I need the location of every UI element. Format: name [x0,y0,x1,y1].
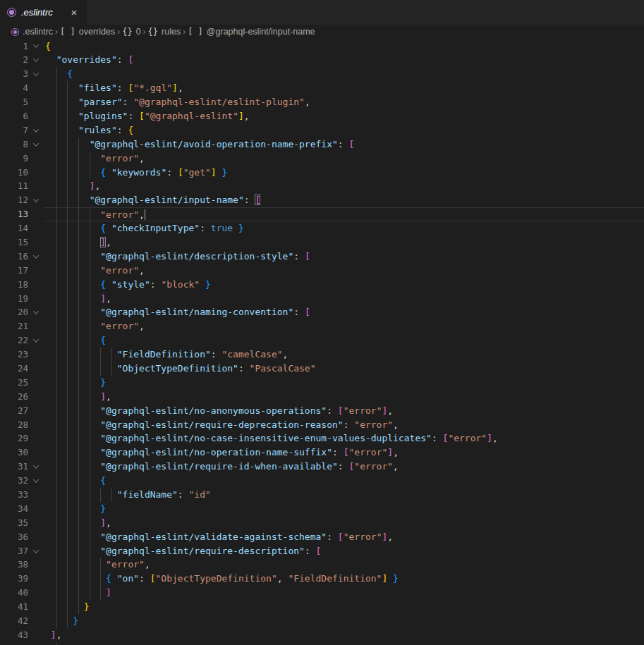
code-line[interactable]: 34 } [0,502,644,516]
code-text[interactable]: "FieldDefinition": "camelCase", [44,348,644,362]
code-text[interactable]: "@graphql-eslint/avoid-operation-name-pr… [44,137,644,152]
code-line[interactable]: 3 { [0,67,644,81]
code-line[interactable]: 30 "@graphql-eslint/no-operation-name-su… [0,446,644,460]
chevron-down-icon[interactable] [33,547,39,553]
code-line[interactable]: 32 { [0,474,644,488]
code-line[interactable]: 19 ], [0,292,644,306]
code-text[interactable]: "plugins": ["@graphql-eslint"], [44,109,644,123]
code-line[interactable]: 44 "parser": "@typescript-eslint/parser"… [0,642,644,645]
code-line[interactable]: 8 "@graphql-eslint/avoid-operation-name-… [0,137,644,152]
code-line[interactable]: 13 "error", [0,207,644,221]
code-line[interactable]: 37 "@graphql-eslint/require-description"… [0,544,644,558]
code-text[interactable]: ] [44,586,644,600]
code-line[interactable]: 21 "error", [0,319,644,333]
code-text[interactable]: { "style": "block" } [44,278,644,292]
tab-eslintrc[interactable]: .eslintrc × [0,0,87,25]
code-line[interactable]: 5 "parser": "@graphql-eslint/eslint-plug… [0,95,644,109]
code-text[interactable]: } [44,376,644,390]
code-line[interactable]: 10 { "keywords": ["get"] } [0,166,644,180]
code-text[interactable]: "@graphql-eslint/description-style": [ [44,250,644,264]
code-line[interactable]: 39 { "on": ["ObjectTypeDefinition", "Fie… [0,572,644,586]
code-text[interactable]: ], [44,292,644,306]
code-text[interactable]: "@graphql-eslint/require-id-when-availab… [44,460,644,474]
code-text[interactable]: { [44,67,644,81]
code-line[interactable]: 2 "overrides": [ [0,53,644,67]
code-text[interactable]: "@graphql-eslint/no-operation-name-suffi… [44,446,644,460]
code-text[interactable]: "error", [44,152,644,166]
code-text[interactable]: "@graphql-eslint/validate-against-schema… [44,530,644,544]
code-line[interactable]: 23 "FieldDefinition": "camelCase", [0,348,644,362]
code-line[interactable]: 4 "files": ["*.gql"], [0,81,644,95]
code-text[interactable]: "error", [44,264,644,278]
chevron-down-icon[interactable] [33,252,39,258]
code-text[interactable]: { [44,333,644,348]
code-text[interactable]: "@graphql-eslint/naming-convention": [ [44,305,644,319]
code-line[interactable]: 17 "error", [0,264,644,278]
code-text[interactable]: "@graphql-eslint/no-case-insensitive-enu… [44,431,644,446]
code-line[interactable]: 7 "rules": { [0,123,644,137]
code-line[interactable]: 12 "@graphql-eslint/input-name": [ [0,193,644,207]
code-line[interactable]: 29 "@graphql-eslint/no-case-insensitive-… [0,431,644,446]
code-text[interactable]: "rules": { [44,123,644,137]
code-text[interactable]: { "checkInputType": true } [44,221,644,235]
code-line[interactable]: 6 "plugins": ["@graphql-eslint"], [0,109,644,123]
code-editor[interactable]: 1{2 "overrides": [3 {4 "files": ["*.gql"… [0,39,644,645]
code-line[interactable]: 33 "fieldName": "id" [0,488,644,502]
code-line[interactable]: 35 ], [0,516,644,530]
code-text[interactable]: "@graphql-eslint/no-anonymous-operations… [44,404,644,418]
code-text[interactable]: { "on": ["ObjectTypeDefinition", "FieldD… [44,572,644,586]
code-line[interactable]: 16 "@graphql-eslint/description-style": … [0,250,644,264]
breadcrumb-item-rules[interactable]: {}rules [148,27,181,37]
chevron-down-icon[interactable] [33,309,39,314]
chevron-down-icon[interactable] [33,477,39,482]
code-line[interactable]: 26 ], [0,390,644,404]
chevron-down-icon[interactable] [33,126,39,132]
code-text[interactable]: "error", [44,558,644,572]
chevron-down-icon[interactable] [33,197,39,202]
code-line[interactable]: 38 "error", [0,558,644,572]
code-text[interactable]: ], [44,179,644,193]
breadcrumb-item-0[interactable]: {}0 [122,27,140,37]
code-line[interactable]: 27 "@graphql-eslint/no-anonymous-operati… [0,404,644,418]
code-line[interactable]: 15 ], [0,235,644,250]
chevron-down-icon[interactable] [33,140,39,146]
code-line[interactable]: 28 "@graphql-eslint/require-deprecation-… [0,418,644,432]
code-line[interactable]: 9 "error", [0,152,644,166]
code-line[interactable]: 18 { "style": "block" } [0,278,644,292]
code-line[interactable]: 11 ], [0,179,644,193]
code-text[interactable]: { [44,39,644,54]
code-line[interactable]: 42 } [0,614,644,628]
close-icon[interactable]: × [67,7,81,18]
code-text[interactable]: ], [44,516,644,530]
chevron-down-icon[interactable] [33,336,39,342]
breadcrumb-item--graphql-eslint-input-name[interactable]: [ ]@graphql-eslint/input-name [188,27,315,37]
chevron-down-icon[interactable] [33,42,39,48]
code-line[interactable]: 36 "@graphql-eslint/validate-against-sch… [0,530,644,544]
code-line[interactable]: 20 "@graphql-eslint/naming-convention": … [0,305,644,319]
code-text[interactable]: "@graphql-eslint/input-name": [ [44,193,644,207]
breadcrumb-item--eslintrc[interactable]: .eslintrc [11,27,53,37]
code-text[interactable]: "files": ["*.gql"], [44,81,644,95]
code-text[interactable]: "@graphql-eslint/require-description": [ [44,544,644,558]
code-line[interactable]: 25 } [0,376,644,390]
code-line[interactable]: 1{ [0,39,644,54]
code-text[interactable]: "error", [44,319,644,333]
code-text[interactable]: } [44,614,644,628]
code-text[interactable]: ], [44,628,644,642]
code-line[interactable]: 14 { "checkInputType": true } [0,221,644,235]
code-text[interactable]: { [44,474,644,488]
chevron-down-icon[interactable] [33,70,39,76]
code-text[interactable]: "parser": "@typescript-eslint/parser", [44,642,644,645]
code-text[interactable]: "fieldName": "id" [44,488,644,502]
code-text[interactable]: } [44,600,644,614]
breadcrumb-item-overrides[interactable]: [ ]overrides [60,27,115,37]
code-text[interactable]: "overrides": [ [44,53,644,67]
code-line[interactable]: 31 "@graphql-eslint/require-id-when-avai… [0,460,644,474]
code-text[interactable]: ], [44,390,644,404]
chevron-down-icon[interactable] [33,462,39,468]
code-line[interactable]: 24 "ObjectTypeDefinition": "PascalCase" [0,362,644,376]
code-text[interactable]: "error", [44,207,644,221]
code-line[interactable]: 22 { [0,333,644,348]
code-line[interactable]: 40 ] [0,586,644,600]
code-text[interactable]: "@graphql-eslint/require-deprecation-rea… [44,418,644,432]
